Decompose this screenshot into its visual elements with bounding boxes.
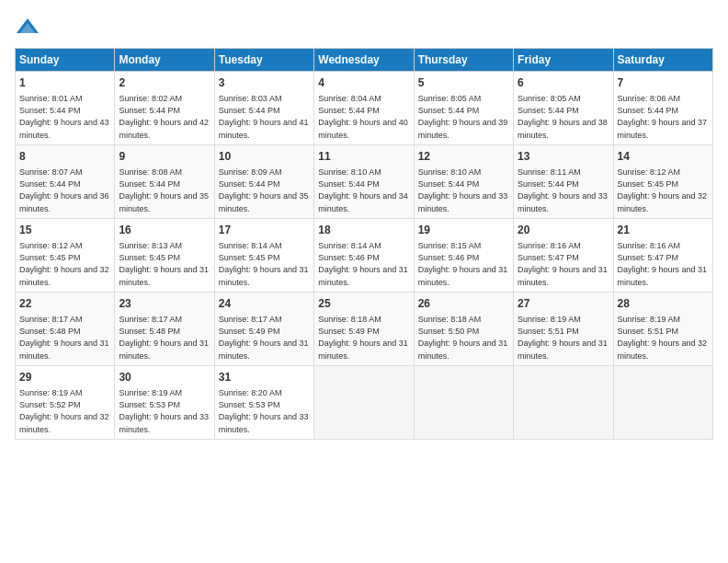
calendar-cell: 11 Sunrise: 8:10 AMSunset: 5:44 PMDaylig… <box>314 144 414 218</box>
day-number: 31 <box>219 370 310 385</box>
calendar-cell: 29 Sunrise: 8:19 AMSunset: 5:52 PMDaylig… <box>16 365 115 439</box>
day-info: Sunrise: 8:10 AMSunset: 5:44 PMDaylight:… <box>318 167 408 213</box>
day-number: 7 <box>618 75 709 91</box>
day-number: 4 <box>318 75 409 91</box>
day-number: 14 <box>618 149 709 165</box>
calendar-cell: 24 Sunrise: 8:17 AMSunset: 5:49 PMDaylig… <box>214 292 313 365</box>
day-info: Sunrise: 8:18 AMSunset: 5:49 PMDaylight:… <box>318 315 408 361</box>
day-info: Sunrise: 8:10 AMSunset: 5:44 PMDaylight:… <box>418 167 508 213</box>
day-info: Sunrise: 8:16 AMSunset: 5:47 PMDaylight:… <box>618 241 708 287</box>
day-info: Sunrise: 8:15 AMSunset: 5:46 PMDaylight:… <box>418 241 508 287</box>
day-number: 13 <box>518 149 609 165</box>
calendar-cell: 20 Sunrise: 8:16 AMSunset: 5:47 PMDaylig… <box>514 218 613 292</box>
calendar-cell: 27 Sunrise: 8:19 AMSunset: 5:51 PMDaylig… <box>514 292 613 365</box>
calendar-cell: 4 Sunrise: 8:04 AMSunset: 5:44 PMDayligh… <box>314 72 414 145</box>
day-number: 2 <box>119 75 210 91</box>
header <box>15 15 713 40</box>
day-number: 18 <box>318 223 409 238</box>
calendar-cell: 31 Sunrise: 8:20 AMSunset: 5:53 PMDaylig… <box>214 365 313 439</box>
day-info: Sunrise: 8:17 AMSunset: 5:48 PMDaylight:… <box>19 315 109 361</box>
day-info: Sunrise: 8:05 AMSunset: 5:44 PMDaylight:… <box>418 94 508 140</box>
day-number: 10 <box>219 149 310 165</box>
day-number: 9 <box>119 149 210 165</box>
day-number: 3 <box>219 75 310 91</box>
calendar-cell: 18 Sunrise: 8:14 AMSunset: 5:46 PMDaylig… <box>314 218 414 292</box>
calendar-cell <box>414 365 513 439</box>
calendar-cell: 15 Sunrise: 8:12 AMSunset: 5:45 PMDaylig… <box>16 218 115 292</box>
calendar-cell: 19 Sunrise: 8:15 AMSunset: 5:46 PMDaylig… <box>414 218 513 292</box>
calendar-cell: 1 Sunrise: 8:01 AMSunset: 5:44 PMDayligh… <box>16 72 115 145</box>
day-number: 19 <box>418 223 509 238</box>
day-info: Sunrise: 8:17 AMSunset: 5:49 PMDaylight:… <box>219 315 309 361</box>
day-number: 23 <box>119 296 210 312</box>
weekday-header-sunday: Sunday <box>16 49 115 72</box>
calendar-row: 22 Sunrise: 8:17 AMSunset: 5:48 PMDaylig… <box>16 292 713 365</box>
day-number: 11 <box>318 149 409 165</box>
calendar-cell: 26 Sunrise: 8:18 AMSunset: 5:50 PMDaylig… <box>414 292 513 365</box>
day-number: 5 <box>418 75 509 91</box>
day-number: 1 <box>19 75 110 91</box>
calendar-cell: 7 Sunrise: 8:06 AMSunset: 5:44 PMDayligh… <box>613 72 712 145</box>
calendar-cell <box>314 365 414 439</box>
day-number: 24 <box>219 296 310 312</box>
day-info: Sunrise: 8:14 AMSunset: 5:46 PMDaylight:… <box>318 241 408 287</box>
day-number: 30 <box>119 370 210 385</box>
day-info: Sunrise: 8:12 AMSunset: 5:45 PMDaylight:… <box>618 167 708 213</box>
day-number: 8 <box>19 149 110 165</box>
day-info: Sunrise: 8:02 AMSunset: 5:44 PMDaylight:… <box>119 94 209 140</box>
day-number: 26 <box>418 296 509 312</box>
calendar-cell <box>613 365 712 439</box>
calendar-cell: 9 Sunrise: 8:08 AMSunset: 5:44 PMDayligh… <box>115 144 214 218</box>
day-info: Sunrise: 8:19 AMSunset: 5:53 PMDaylight:… <box>119 388 209 434</box>
day-info: Sunrise: 8:16 AMSunset: 5:47 PMDaylight:… <box>518 241 608 287</box>
calendar-cell: 28 Sunrise: 8:19 AMSunset: 5:51 PMDaylig… <box>613 292 712 365</box>
calendar-cell: 21 Sunrise: 8:16 AMSunset: 5:47 PMDaylig… <box>613 218 712 292</box>
calendar-cell <box>514 365 613 439</box>
day-info: Sunrise: 8:12 AMSunset: 5:45 PMDaylight:… <box>19 241 109 287</box>
day-info: Sunrise: 8:14 AMSunset: 5:45 PMDaylight:… <box>219 241 309 287</box>
day-number: 22 <box>19 296 110 312</box>
day-number: 20 <box>518 223 609 238</box>
calendar-row: 1 Sunrise: 8:01 AMSunset: 5:44 PMDayligh… <box>16 72 713 145</box>
day-info: Sunrise: 8:18 AMSunset: 5:50 PMDaylight:… <box>418 315 508 361</box>
calendar-cell: 6 Sunrise: 8:05 AMSunset: 5:44 PMDayligh… <box>514 72 613 145</box>
calendar-cell: 16 Sunrise: 8:13 AMSunset: 5:45 PMDaylig… <box>115 218 214 292</box>
logo-icon <box>15 15 40 40</box>
day-info: Sunrise: 8:19 AMSunset: 5:51 PMDaylight:… <box>518 315 608 361</box>
calendar-cell: 5 Sunrise: 8:05 AMSunset: 5:44 PMDayligh… <box>414 72 513 145</box>
calendar-cell: 25 Sunrise: 8:18 AMSunset: 5:49 PMDaylig… <box>314 292 414 365</box>
day-number: 17 <box>219 223 310 238</box>
day-number: 16 <box>119 223 210 238</box>
calendar-cell: 13 Sunrise: 8:11 AMSunset: 5:44 PMDaylig… <box>514 144 613 218</box>
logo <box>15 15 44 40</box>
calendar-cell: 3 Sunrise: 8:03 AMSunset: 5:44 PMDayligh… <box>214 72 313 145</box>
calendar-cell: 17 Sunrise: 8:14 AMSunset: 5:45 PMDaylig… <box>214 218 313 292</box>
weekday-header-tuesday: Tuesday <box>214 49 313 72</box>
day-info: Sunrise: 8:08 AMSunset: 5:44 PMDaylight:… <box>119 167 209 213</box>
day-info: Sunrise: 8:05 AMSunset: 5:44 PMDaylight:… <box>518 94 608 140</box>
calendar-row: 15 Sunrise: 8:12 AMSunset: 5:45 PMDaylig… <box>16 218 713 292</box>
calendar-cell: 12 Sunrise: 8:10 AMSunset: 5:44 PMDaylig… <box>414 144 513 218</box>
day-number: 27 <box>518 296 609 312</box>
day-info: Sunrise: 8:06 AMSunset: 5:44 PMDaylight:… <box>618 94 708 140</box>
day-info: Sunrise: 8:13 AMSunset: 5:45 PMDaylight:… <box>119 241 209 287</box>
calendar-row: 8 Sunrise: 8:07 AMSunset: 5:44 PMDayligh… <box>16 144 713 218</box>
day-info: Sunrise: 8:04 AMSunset: 5:44 PMDaylight:… <box>318 94 408 140</box>
page: SundayMondayTuesdayWednesdayThursdayFrid… <box>0 0 728 563</box>
calendar-cell: 8 Sunrise: 8:07 AMSunset: 5:44 PMDayligh… <box>16 144 115 218</box>
day-info: Sunrise: 8:09 AMSunset: 5:44 PMDaylight:… <box>219 167 309 213</box>
day-number: 28 <box>618 296 709 312</box>
calendar-cell: 2 Sunrise: 8:02 AMSunset: 5:44 PMDayligh… <box>115 72 214 145</box>
calendar-row: 29 Sunrise: 8:19 AMSunset: 5:52 PMDaylig… <box>16 365 713 439</box>
day-info: Sunrise: 8:19 AMSunset: 5:51 PMDaylight:… <box>618 315 708 361</box>
weekday-header-monday: Monday <box>115 49 214 72</box>
day-info: Sunrise: 8:19 AMSunset: 5:52 PMDaylight:… <box>19 388 109 434</box>
weekday-header-row: SundayMondayTuesdayWednesdayThursdayFrid… <box>16 49 713 72</box>
day-number: 25 <box>318 296 409 312</box>
calendar-cell: 23 Sunrise: 8:17 AMSunset: 5:48 PMDaylig… <box>115 292 214 365</box>
weekday-header-saturday: Saturday <box>613 49 712 72</box>
day-info: Sunrise: 8:11 AMSunset: 5:44 PMDaylight:… <box>518 167 608 213</box>
day-number: 6 <box>518 75 609 91</box>
calendar-cell: 22 Sunrise: 8:17 AMSunset: 5:48 PMDaylig… <box>16 292 115 365</box>
day-info: Sunrise: 8:20 AMSunset: 5:53 PMDaylight:… <box>219 388 309 434</box>
